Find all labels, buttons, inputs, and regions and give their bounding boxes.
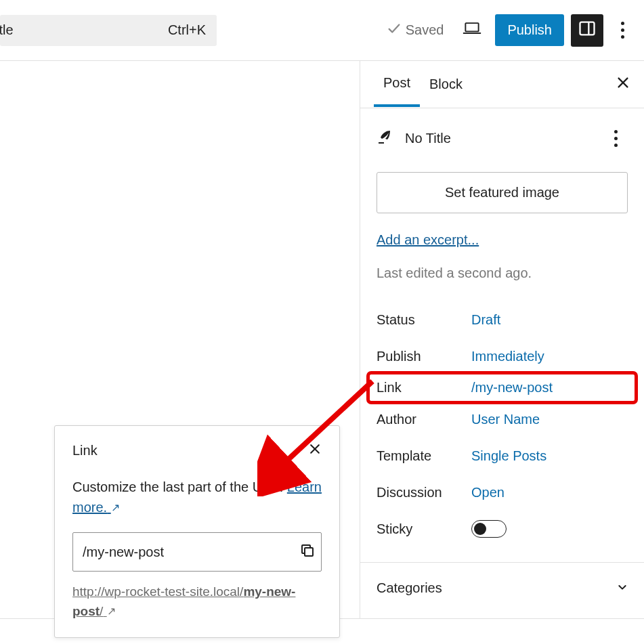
panel-icon: [578, 19, 597, 41]
check-icon: [387, 21, 402, 39]
meta-row-publish: Publish Immediately: [377, 338, 628, 374]
post-type-icon: [377, 129, 393, 148]
meta-row-discussion: Discussion Open: [377, 474, 628, 511]
document-title-field[interactable]: itle Ctrl+K: [0, 15, 217, 46]
link-value[interactable]: /my-new-post: [471, 380, 553, 395]
add-excerpt-link[interactable]: Add an excerpt...: [377, 232, 479, 247]
categories-label: Categories: [377, 580, 442, 596]
publish-value[interactable]: Immediately: [471, 349, 544, 364]
status-value[interactable]: Draft: [471, 312, 500, 328]
saved-indicator: Saved: [387, 21, 444, 39]
categories-panel-toggle[interactable]: Categories: [360, 562, 644, 614]
header-actions: Saved Publish: [387, 14, 639, 47]
sticky-toggle[interactable]: [471, 520, 507, 538]
close-icon: [616, 80, 630, 93]
tab-block[interactable]: Block: [420, 63, 472, 106]
editor-body: Link Customize the last part of the URL.…: [0, 61, 644, 619]
copy-icon: [299, 549, 316, 561]
close-sidebar-button[interactable]: [616, 75, 630, 93]
tab-post[interactable]: Post: [374, 62, 420, 107]
publish-button[interactable]: Publish: [495, 14, 564, 46]
post-summary-panel: No Title Set featured image Add an excer…: [360, 108, 644, 295]
sidebar-tabs: Post Block: [360, 61, 644, 108]
template-value[interactable]: Single Posts: [471, 448, 546, 464]
settings-sidebar: Post Block No Title Set featured image A…: [360, 61, 644, 618]
meta-row-status: Status Draft: [377, 301, 628, 338]
view-button[interactable]: [456, 14, 488, 47]
slug-input[interactable]: [83, 544, 299, 560]
title-shortcut: Ctrl+K: [168, 22, 206, 38]
discussion-value[interactable]: Open: [471, 485, 505, 500]
svg-rect-0: [466, 23, 479, 31]
set-featured-image-button[interactable]: Set featured image: [377, 172, 628, 213]
meta-row-sticky: Sticky: [377, 511, 628, 547]
post-meta-list: Status Draft Publish Immediately Link /m…: [360, 295, 644, 562]
copy-button[interactable]: [299, 542, 316, 562]
toggle-knob: [474, 523, 486, 535]
close-icon: [308, 446, 322, 458]
popup-description: Customize the last part of the URL. Lear…: [72, 477, 322, 517]
editor-header: itle Ctrl+K Saved Publish: [0, 0, 644, 61]
last-edited-text: Last edited a second ago.: [377, 265, 628, 281]
post-title-display: No Title: [405, 131, 451, 146]
external-link-icon: ↗: [107, 603, 116, 620]
toggle-sidebar-button[interactable]: [571, 14, 603, 47]
laptop-icon: [463, 21, 481, 39]
publish-label: Publish: [507, 22, 552, 37]
svg-rect-6: [305, 548, 313, 556]
link-settings-popover: Link Customize the last part of the URL.…: [54, 425, 340, 638]
meta-row-template: Template Single Posts: [377, 437, 628, 474]
saved-label: Saved: [406, 22, 444, 38]
external-link-icon: ↗: [111, 500, 120, 516]
meta-row-link: Link /my-new-post: [370, 374, 635, 401]
chevron-down-icon: [617, 580, 628, 596]
more-options-button[interactable]: [610, 14, 635, 47]
author-value[interactable]: User Name: [471, 412, 540, 427]
close-popup-button[interactable]: [308, 442, 322, 459]
title-field-label: itle: [0, 22, 14, 38]
kebab-icon: [614, 130, 618, 147]
svg-rect-2: [580, 22, 595, 35]
editor-canvas[interactable]: Link Customize the last part of the URL.…: [0, 61, 360, 618]
slug-input-wrapper: [72, 532, 322, 572]
meta-row-author: Author User Name: [377, 401, 628, 437]
full-url-preview[interactable]: http://wp-rocket-test-site.local/my-new-…: [72, 582, 322, 621]
popup-title: Link: [72, 443, 98, 458]
post-actions-button[interactable]: [603, 122, 628, 154]
kebab-icon: [621, 22, 624, 39]
